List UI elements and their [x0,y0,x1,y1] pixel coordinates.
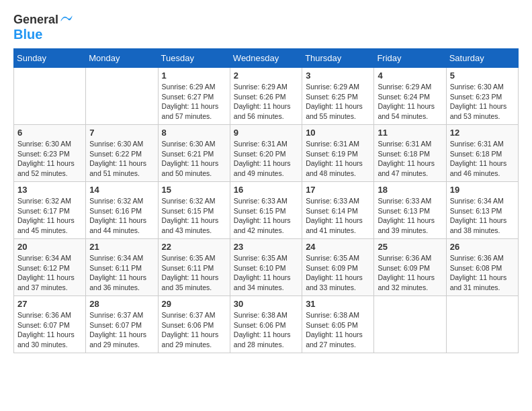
day-number: 5 [450,71,515,81]
day-number: 6 [17,128,82,138]
day-info: Sunrise: 6:29 AMSunset: 6:25 PMDaylight:… [306,82,370,122]
day-info: Sunrise: 6:32 AMSunset: 6:16 PMDaylight:… [89,196,154,236]
day-info: Sunrise: 6:30 AMSunset: 6:21 PMDaylight:… [162,139,226,179]
day-info: Sunrise: 6:35 AMSunset: 6:11 PMDaylight:… [162,253,226,293]
day-info: Sunrise: 6:35 AMSunset: 6:10 PMDaylight:… [234,253,298,293]
weekday-header-saturday: Saturday [446,49,518,68]
day-info: Sunrise: 6:36 AMSunset: 6:09 PMDaylight:… [378,253,442,293]
day-info: Sunrise: 6:36 AMSunset: 6:08 PMDaylight:… [450,253,515,293]
calendar-cell: 13Sunrise: 6:32 AMSunset: 6:17 PMDayligh… [14,182,86,239]
day-number: 3 [306,71,370,81]
day-number: 28 [89,299,154,309]
day-number: 31 [306,299,370,309]
calendar-cell: 24Sunrise: 6:35 AMSunset: 6:09 PMDayligh… [302,239,374,296]
weekday-header-wednesday: Wednesday [230,49,302,68]
calendar-cell: 16Sunrise: 6:33 AMSunset: 6:15 PMDayligh… [230,182,302,239]
calendar-cell: 19Sunrise: 6:34 AMSunset: 6:13 PMDayligh… [446,182,518,239]
calendar-cell: 11Sunrise: 6:31 AMSunset: 6:18 PMDayligh… [374,125,446,182]
day-number: 11 [378,128,442,138]
calendar-cell: 29Sunrise: 6:37 AMSunset: 6:06 PMDayligh… [158,296,230,353]
calendar-cell [446,296,518,353]
logo-text-blue: Blue [13,27,42,42]
calendar-cell: 27Sunrise: 6:36 AMSunset: 6:07 PMDayligh… [14,296,86,353]
calendar-table: SundayMondayTuesdayWednesdayThursdayFrid… [13,48,519,353]
page-header: General Blue [13,13,519,42]
day-number: 8 [162,128,226,138]
weekday-header-sunday: Sunday [14,49,86,68]
calendar-cell: 6Sunrise: 6:30 AMSunset: 6:23 PMDaylight… [14,125,86,182]
day-info: Sunrise: 6:37 AMSunset: 6:07 PMDaylight:… [89,310,154,350]
day-number: 10 [306,128,370,138]
day-info: Sunrise: 6:38 AMSunset: 6:05 PMDaylight:… [306,310,370,350]
calendar-cell: 3Sunrise: 6:29 AMSunset: 6:25 PMDaylight… [302,68,374,125]
calendar-cell: 23Sunrise: 6:35 AMSunset: 6:10 PMDayligh… [230,239,302,296]
calendar-cell: 31Sunrise: 6:38 AMSunset: 6:05 PMDayligh… [302,296,374,353]
day-info: Sunrise: 6:31 AMSunset: 6:20 PMDaylight:… [234,139,298,179]
logo-icon [60,13,73,27]
logo-text-general: General [13,13,58,27]
day-info: Sunrise: 6:31 AMSunset: 6:18 PMDaylight:… [450,139,515,179]
day-number: 12 [450,128,515,138]
day-info: Sunrise: 6:38 AMSunset: 6:06 PMDaylight:… [234,310,298,350]
day-number: 26 [450,242,515,252]
calendar-cell [374,296,446,353]
day-info: Sunrise: 6:30 AMSunset: 6:22 PMDaylight:… [89,139,154,179]
calendar-cell: 12Sunrise: 6:31 AMSunset: 6:18 PMDayligh… [446,125,518,182]
day-number: 18 [378,185,442,195]
calendar-cell: 17Sunrise: 6:33 AMSunset: 6:14 PMDayligh… [302,182,374,239]
day-number: 2 [234,71,298,81]
calendar-cell: 21Sunrise: 6:34 AMSunset: 6:11 PMDayligh… [86,239,158,296]
day-number: 24 [306,242,370,252]
day-number: 21 [89,242,154,252]
day-number: 29 [162,299,226,309]
day-info: Sunrise: 6:34 AMSunset: 6:13 PMDaylight:… [450,196,515,236]
day-info: Sunrise: 6:30 AMSunset: 6:23 PMDaylight:… [450,82,515,122]
day-info: Sunrise: 6:29 AMSunset: 6:24 PMDaylight:… [378,82,442,122]
calendar-cell: 7Sunrise: 6:30 AMSunset: 6:22 PMDaylight… [86,125,158,182]
calendar-cell: 8Sunrise: 6:30 AMSunset: 6:21 PMDaylight… [158,125,230,182]
calendar-cell: 22Sunrise: 6:35 AMSunset: 6:11 PMDayligh… [158,239,230,296]
day-number: 30 [234,299,298,309]
day-info: Sunrise: 6:35 AMSunset: 6:09 PMDaylight:… [306,253,370,293]
calendar-cell: 10Sunrise: 6:31 AMSunset: 6:19 PMDayligh… [302,125,374,182]
weekday-header-thursday: Thursday [302,49,374,68]
logo: General Blue [13,13,73,42]
weekday-header-friday: Friday [374,49,446,68]
calendar-cell: 20Sunrise: 6:34 AMSunset: 6:12 PMDayligh… [14,239,86,296]
day-info: Sunrise: 6:29 AMSunset: 6:27 PMDaylight:… [162,82,226,122]
day-info: Sunrise: 6:33 AMSunset: 6:14 PMDaylight:… [306,196,370,236]
day-info: Sunrise: 6:29 AMSunset: 6:26 PMDaylight:… [234,82,298,122]
day-number: 1 [162,71,226,81]
calendar-cell: 30Sunrise: 6:38 AMSunset: 6:06 PMDayligh… [230,296,302,353]
day-number: 27 [17,299,82,309]
day-info: Sunrise: 6:30 AMSunset: 6:23 PMDaylight:… [17,139,82,179]
day-info: Sunrise: 6:31 AMSunset: 6:19 PMDaylight:… [306,139,370,179]
calendar-cell: 18Sunrise: 6:33 AMSunset: 6:13 PMDayligh… [374,182,446,239]
day-number: 7 [89,128,154,138]
calendar-cell: 2Sunrise: 6:29 AMSunset: 6:26 PMDaylight… [230,68,302,125]
calendar-cell [86,68,158,125]
calendar-cell: 15Sunrise: 6:32 AMSunset: 6:15 PMDayligh… [158,182,230,239]
calendar-cell: 28Sunrise: 6:37 AMSunset: 6:07 PMDayligh… [86,296,158,353]
day-number: 4 [378,71,442,81]
day-number: 16 [234,185,298,195]
day-number: 23 [234,242,298,252]
day-number: 14 [89,185,154,195]
day-number: 19 [450,185,515,195]
day-info: Sunrise: 6:32 AMSunset: 6:15 PMDaylight:… [162,196,226,236]
day-number: 9 [234,128,298,138]
day-info: Sunrise: 6:31 AMSunset: 6:18 PMDaylight:… [378,139,442,179]
calendar-cell [14,68,86,125]
calendar-cell: 5Sunrise: 6:30 AMSunset: 6:23 PMDaylight… [446,68,518,125]
day-number: 22 [162,242,226,252]
weekday-header-tuesday: Tuesday [158,49,230,68]
day-number: 15 [162,185,226,195]
calendar-cell: 9Sunrise: 6:31 AMSunset: 6:20 PMDaylight… [230,125,302,182]
day-info: Sunrise: 6:34 AMSunset: 6:12 PMDaylight:… [17,253,82,293]
calendar-cell: 26Sunrise: 6:36 AMSunset: 6:08 PMDayligh… [446,239,518,296]
day-info: Sunrise: 6:36 AMSunset: 6:07 PMDaylight:… [17,310,82,350]
calendar-cell: 1Sunrise: 6:29 AMSunset: 6:27 PMDaylight… [158,68,230,125]
weekday-header-monday: Monday [86,49,158,68]
day-number: 20 [17,242,82,252]
day-info: Sunrise: 6:33 AMSunset: 6:15 PMDaylight:… [234,196,298,236]
